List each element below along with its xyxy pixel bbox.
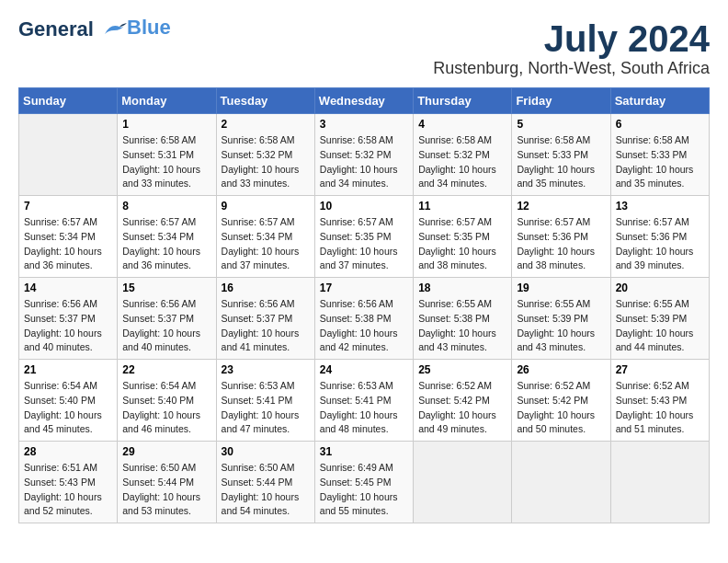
calendar-cell: 10Sunrise: 6:57 AMSunset: 5:35 PMDayligh… <box>314 196 413 278</box>
day-number: 12 <box>517 200 605 213</box>
weekday-header-sunday: Sunday <box>19 88 118 114</box>
day-info: Sunrise: 6:55 AMSunset: 5:38 PMDaylight:… <box>418 297 506 355</box>
day-number: 30 <box>222 445 310 458</box>
calendar-cell: 26Sunrise: 6:52 AMSunset: 5:42 PMDayligh… <box>512 360 610 442</box>
day-info: Sunrise: 6:58 AMSunset: 5:32 PMDaylight:… <box>320 133 408 191</box>
day-number: 14 <box>24 282 112 294</box>
calendar-cell: 17Sunrise: 6:56 AMSunset: 5:38 PMDayligh… <box>314 278 413 360</box>
calendar-table: SundayMondayTuesdayWednesdayThursdayFrid… <box>18 87 710 523</box>
day-info: Sunrise: 6:57 AMSunset: 5:36 PMDaylight:… <box>616 215 704 273</box>
day-info: Sunrise: 6:55 AMSunset: 5:39 PMDaylight:… <box>616 297 704 355</box>
calendar-cell: 19Sunrise: 6:55 AMSunset: 5:39 PMDayligh… <box>512 278 610 360</box>
calendar-cell: 23Sunrise: 6:53 AMSunset: 5:41 PMDayligh… <box>216 360 314 442</box>
day-info: Sunrise: 6:56 AMSunset: 5:37 PMDaylight:… <box>24 297 112 355</box>
calendar-cell: 15Sunrise: 6:56 AMSunset: 5:37 PMDayligh… <box>118 278 216 360</box>
calendar-cell <box>512 442 610 523</box>
calendar-cell: 6Sunrise: 6:58 AMSunset: 5:33 PMDaylight… <box>610 114 709 196</box>
calendar-cell: 30Sunrise: 6:50 AMSunset: 5:44 PMDayligh… <box>216 442 314 523</box>
day-number: 29 <box>122 445 210 458</box>
day-number: 10 <box>320 200 408 213</box>
day-info: Sunrise: 6:54 AMSunset: 5:40 PMDaylight:… <box>24 379 112 437</box>
calendar-body: 1Sunrise: 6:58 AMSunset: 5:31 PMDaylight… <box>19 114 710 523</box>
day-info: Sunrise: 6:55 AMSunset: 5:39 PMDaylight:… <box>517 297 605 355</box>
calendar-cell <box>19 114 118 196</box>
day-number: 22 <box>122 363 210 376</box>
calendar-week-3: 14Sunrise: 6:56 AMSunset: 5:37 PMDayligh… <box>19 278 710 360</box>
calendar-cell: 13Sunrise: 6:57 AMSunset: 5:36 PMDayligh… <box>610 196 709 278</box>
day-number: 4 <box>418 118 506 131</box>
day-info: Sunrise: 6:58 AMSunset: 5:32 PMDaylight:… <box>418 133 506 191</box>
day-number: 23 <box>222 363 310 376</box>
day-number: 26 <box>517 363 605 376</box>
day-number: 8 <box>122 200 210 213</box>
day-number: 16 <box>222 282 310 294</box>
calendar-cell: 27Sunrise: 6:52 AMSunset: 5:43 PMDayligh… <box>610 360 709 442</box>
day-info: Sunrise: 6:57 AMSunset: 5:36 PMDaylight:… <box>517 215 605 273</box>
calendar-cell: 20Sunrise: 6:55 AMSunset: 5:39 PMDayligh… <box>610 278 709 360</box>
calendar-cell: 16Sunrise: 6:56 AMSunset: 5:37 PMDayligh… <box>216 278 314 360</box>
day-number: 20 <box>616 282 704 294</box>
day-info: Sunrise: 6:50 AMSunset: 5:44 PMDaylight:… <box>222 461 310 519</box>
day-number: 19 <box>517 282 605 294</box>
weekday-header-row: SundayMondayTuesdayWednesdayThursdayFrid… <box>19 88 710 114</box>
day-info: Sunrise: 6:51 AMSunset: 5:43 PMDaylight:… <box>24 461 112 519</box>
day-number: 15 <box>122 282 210 294</box>
day-info: Sunrise: 6:57 AMSunset: 5:34 PMDaylight:… <box>24 215 112 273</box>
day-number: 24 <box>320 363 408 376</box>
day-info: Sunrise: 6:49 AMSunset: 5:45 PMDaylight:… <box>320 461 408 519</box>
calendar-cell: 31Sunrise: 6:49 AMSunset: 5:45 PMDayligh… <box>314 442 413 523</box>
day-info: Sunrise: 6:56 AMSunset: 5:37 PMDaylight:… <box>122 297 210 355</box>
day-number: 5 <box>517 118 605 131</box>
calendar-cell: 1Sunrise: 6:58 AMSunset: 5:31 PMDaylight… <box>118 114 216 196</box>
day-info: Sunrise: 6:57 AMSunset: 5:35 PMDaylight:… <box>320 215 408 273</box>
calendar-header: SundayMondayTuesdayWednesdayThursdayFrid… <box>19 88 710 114</box>
day-info: Sunrise: 6:52 AMSunset: 5:42 PMDaylight:… <box>517 379 605 437</box>
calendar-cell: 8Sunrise: 6:57 AMSunset: 5:34 PMDaylight… <box>118 196 216 278</box>
calendar-cell: 9Sunrise: 6:57 AMSunset: 5:34 PMDaylight… <box>216 196 314 278</box>
calendar-week-2: 7Sunrise: 6:57 AMSunset: 5:34 PMDaylight… <box>19 196 710 278</box>
day-info: Sunrise: 6:54 AMSunset: 5:40 PMDaylight:… <box>122 379 210 437</box>
day-info: Sunrise: 6:56 AMSunset: 5:37 PMDaylight:… <box>222 297 310 355</box>
day-info: Sunrise: 6:53 AMSunset: 5:41 PMDaylight:… <box>222 379 310 437</box>
logo-general: General <box>18 17 94 40</box>
weekday-header-tuesday: Tuesday <box>216 88 314 114</box>
logo-blue: Blue <box>127 16 171 39</box>
calendar-cell: 25Sunrise: 6:52 AMSunset: 5:42 PMDayligh… <box>414 360 512 442</box>
calendar-cell: 3Sunrise: 6:58 AMSunset: 5:32 PMDaylight… <box>314 114 413 196</box>
day-info: Sunrise: 6:57 AMSunset: 5:35 PMDaylight:… <box>418 215 506 273</box>
day-info: Sunrise: 6:50 AMSunset: 5:44 PMDaylight:… <box>122 461 210 519</box>
day-info: Sunrise: 6:57 AMSunset: 5:34 PMDaylight:… <box>122 215 210 273</box>
month-title: July 2024 <box>433 18 710 59</box>
calendar-week-4: 21Sunrise: 6:54 AMSunset: 5:40 PMDayligh… <box>19 360 710 442</box>
day-info: Sunrise: 6:57 AMSunset: 5:34 PMDaylight:… <box>222 215 310 273</box>
weekday-header-wednesday: Wednesday <box>314 88 413 114</box>
day-number: 18 <box>418 282 506 294</box>
day-number: 2 <box>222 118 310 131</box>
calendar-cell: 7Sunrise: 6:57 AMSunset: 5:34 PMDaylight… <box>19 196 118 278</box>
calendar-cell <box>610 442 709 523</box>
calendar-week-1: 1Sunrise: 6:58 AMSunset: 5:31 PMDaylight… <box>19 114 710 196</box>
weekday-header-monday: Monday <box>118 88 216 114</box>
calendar-cell: 4Sunrise: 6:58 AMSunset: 5:32 PMDaylight… <box>414 114 512 196</box>
day-number: 9 <box>222 200 310 213</box>
day-info: Sunrise: 6:56 AMSunset: 5:38 PMDaylight:… <box>320 297 408 355</box>
calendar-cell: 29Sunrise: 6:50 AMSunset: 5:44 PMDayligh… <box>118 442 216 523</box>
calendar-cell <box>414 442 512 523</box>
day-info: Sunrise: 6:52 AMSunset: 5:42 PMDaylight:… <box>418 379 506 437</box>
day-number: 25 <box>418 363 506 376</box>
day-info: Sunrise: 6:58 AMSunset: 5:33 PMDaylight:… <box>517 133 605 191</box>
calendar-cell: 14Sunrise: 6:56 AMSunset: 5:37 PMDayligh… <box>19 278 118 360</box>
day-number: 6 <box>616 118 704 131</box>
day-number: 3 <box>320 118 408 131</box>
day-info: Sunrise: 6:58 AMSunset: 5:31 PMDaylight:… <box>122 133 210 191</box>
weekday-header-friday: Friday <box>512 88 610 114</box>
day-number: 27 <box>616 363 704 376</box>
day-number: 7 <box>24 200 112 213</box>
calendar-cell: 28Sunrise: 6:51 AMSunset: 5:43 PMDayligh… <box>19 442 118 523</box>
day-info: Sunrise: 6:52 AMSunset: 5:43 PMDaylight:… <box>616 379 704 437</box>
calendar-cell: 18Sunrise: 6:55 AMSunset: 5:38 PMDayligh… <box>414 278 512 360</box>
day-number: 11 <box>418 200 506 213</box>
calendar-cell: 2Sunrise: 6:58 AMSunset: 5:32 PMDaylight… <box>216 114 314 196</box>
calendar-week-5: 28Sunrise: 6:51 AMSunset: 5:43 PMDayligh… <box>19 442 710 523</box>
day-number: 13 <box>616 200 704 213</box>
